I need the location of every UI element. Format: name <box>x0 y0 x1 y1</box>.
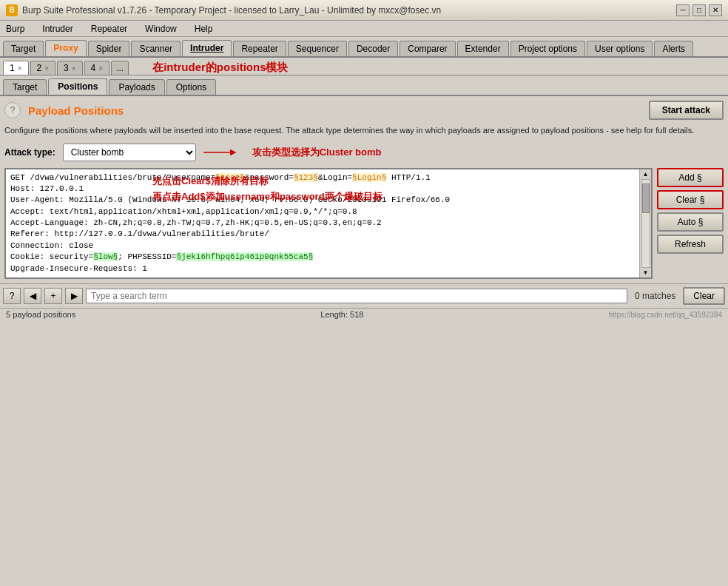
highlight-login: §Login§ <box>352 173 386 182</box>
tab-intruder[interactable]: Intruder <box>182 40 232 56</box>
request-editor[interactable]: GET /dvwa/vulnerabilities/brute/?usernam… <box>4 168 653 280</box>
editor-scrollbar[interactable]: ▲ ▼ <box>639 169 651 278</box>
annotation-arrow-icon <box>203 141 248 164</box>
match-count: 0 matches <box>635 291 675 301</box>
prev-button[interactable]: ◀ <box>24 288 41 304</box>
tab-sequencer[interactable]: Sequencer <box>288 41 347 56</box>
tab-decoder[interactable]: Decoder <box>348 41 398 56</box>
attack-type-row: Attack type: Sniper Battering ram Pitchf… <box>4 141 724 164</box>
intruder-tab-bar: 1× 2× 3× 4× ... 在intruder的positions模块 <box>0 58 728 75</box>
add-section-button[interactable]: Add § <box>657 168 724 187</box>
editor-section: GET /dvwa/vulnerabilities/brute/?usernam… <box>4 168 724 280</box>
tab-extender[interactable]: Extender <box>457 41 509 56</box>
section-tab-bar: Target Positions Payloads Options <box>0 75 728 96</box>
tab-user-options[interactable]: User options <box>587 41 653 56</box>
menu-help[interactable]: Help <box>192 22 216 36</box>
next-button[interactable]: ▶ <box>65 288 83 304</box>
intruder-tab-2[interactable]: 2× <box>30 61 56 75</box>
add-nav-button[interactable]: + <box>44 288 62 304</box>
tab-scanner[interactable]: Scanner <box>131 41 181 56</box>
tab-repeater[interactable]: Repeater <box>233 41 286 56</box>
section-tab-target[interactable]: Target <box>3 79 47 95</box>
title-bar: B Burp Suite Professional v1.7.26 - Temp… <box>0 0 728 21</box>
attack-type-select[interactable]: Sniper Battering ram Pitchfork Cluster b… <box>63 144 196 161</box>
start-attack-button[interactable]: Start attack <box>649 101 724 120</box>
main-content-area: ? Payload Positions Start attack Configu… <box>0 96 728 283</box>
close-tab-3-icon[interactable]: × <box>72 64 76 73</box>
menu-bar: Burp Intruder Repeater Window Help <box>0 21 728 37</box>
close-tab-1-icon[interactable]: × <box>18 64 22 73</box>
intruder-tab-3[interactable]: 3× <box>57 61 83 75</box>
intruder-tab-1[interactable]: 1× <box>3 61 29 75</box>
tab-spider[interactable]: Spider <box>88 41 130 56</box>
section-tab-options[interactable]: Options <box>166 79 216 95</box>
highlight-test: §test§ <box>215 173 245 182</box>
attack-type-select-wrapper: Sniper Battering ram Pitchfork Cluster b… <box>63 144 196 161</box>
status-bar: 5 payload positions Length: 518 https://… <box>0 308 728 320</box>
menu-repeater[interactable]: Repeater <box>88 22 130 36</box>
attack-type-label: Attack type: <box>4 147 55 158</box>
watermark: https://blog.csdn.net/qq_43592384 <box>609 311 722 319</box>
request-text-content: GET /dvwa/vulnerabilities/brute/?usernam… <box>6 169 639 278</box>
menu-window[interactable]: Window <box>142 22 180 36</box>
menu-intruder[interactable]: Intruder <box>39 22 75 36</box>
help-icon[interactable]: ? <box>4 102 21 118</box>
auto-section-button[interactable]: Auto § <box>657 212 724 232</box>
highlight-123: §123§ <box>294 173 318 182</box>
payload-positions-title: Payload Positions <box>28 104 124 117</box>
main-tab-bar: Target Proxy Spider Scanner Intruder Rep… <box>0 37 728 58</box>
tab-target[interactable]: Target <box>3 41 44 56</box>
window-title: Burp Suite Professional v1.7.26 - Tempor… <box>22 5 441 16</box>
tab-project-options[interactable]: Project options <box>510 41 585 56</box>
section-tab-payloads[interactable]: Payloads <box>109 79 164 95</box>
menu-burp[interactable]: Burp <box>3 22 27 36</box>
side-buttons-panel: Add § Clear § Auto § Refresh <box>657 168 724 280</box>
attack-type-annotation: 攻击类型选择为Cluster bomb <box>203 141 382 164</box>
close-tab-2-icon[interactable]: × <box>44 64 49 73</box>
payload-description: Configure the positions where payloads w… <box>4 124 724 137</box>
refresh-button[interactable]: Refresh <box>657 235 724 254</box>
close-button[interactable]: ✕ <box>709 4 722 16</box>
close-tab-4-icon[interactable]: × <box>98 64 103 73</box>
annotation-positions-module: 在intruder的positions模块 <box>152 61 288 75</box>
highlight-phpsessid: §jek16hfhpq6ip461p0qnk55ca5§ <box>176 252 313 261</box>
help-nav-button[interactable]: ? <box>3 288 21 304</box>
intruder-tab-4[interactable]: 4× <box>84 61 110 75</box>
scroll-track[interactable] <box>641 179 650 269</box>
scroll-down-icon[interactable]: ▼ <box>643 269 649 276</box>
clear-section-button[interactable]: Clear § <box>657 190 724 209</box>
more-tabs-button[interactable]: ... <box>111 61 129 75</box>
app-icon: B <box>6 4 18 16</box>
attack-type-annotation-text: 攻击类型选择为Cluster bomb <box>252 146 382 159</box>
search-bar: ? ◀ + ▶ 0 matches Clear <box>0 283 728 308</box>
maximize-button[interactable]: □ <box>692 4 706 16</box>
payload-count: 5 payload positions <box>6 310 75 319</box>
minimize-button[interactable]: ─ <box>676 4 690 16</box>
highlight-low: §low§ <box>93 252 118 261</box>
search-clear-button[interactable]: Clear <box>683 287 725 305</box>
content-header: ? Payload Positions Start attack <box>4 101 724 120</box>
tab-alerts[interactable]: Alerts <box>654 41 693 56</box>
scroll-thumb[interactable] <box>642 183 650 213</box>
length-info: Length: 518 <box>320 310 363 319</box>
tab-proxy[interactable]: Proxy <box>45 40 86 56</box>
scroll-up-icon[interactable]: ▲ <box>643 171 649 178</box>
tab-comparer[interactable]: Comparer <box>400 41 455 56</box>
search-input[interactable] <box>86 289 627 303</box>
section-tab-positions[interactable]: Positions <box>48 78 107 95</box>
